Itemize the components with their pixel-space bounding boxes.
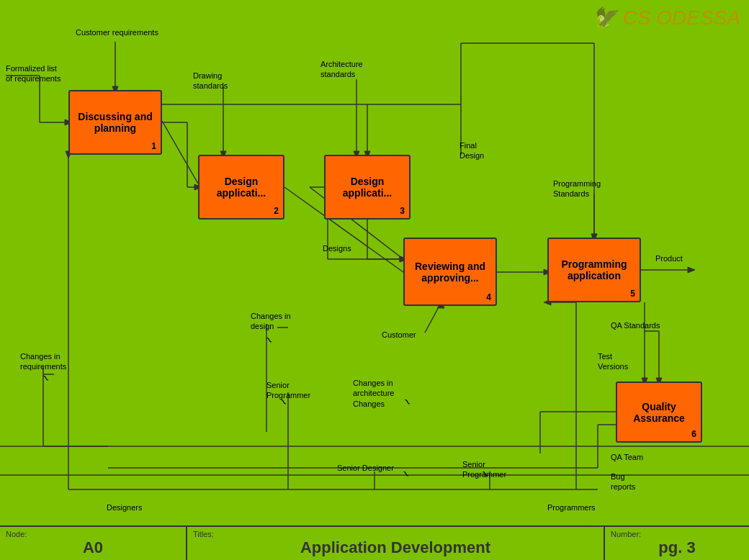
label-changes-req: Changes inrequirements <box>20 351 66 372</box>
wiggly4: ~ <box>399 394 415 410</box>
label-drawing: Drawingstandards <box>193 71 228 91</box>
box6-qa[interactable]: Quality Assurance 6 <box>616 381 702 443</box>
wiggly1: ~ <box>37 370 53 386</box>
label-formalized: Formalized listof requirements <box>6 63 60 84</box>
label-customer-req: Customer requirements <box>76 27 158 37</box>
label-arch: Architecturestandards <box>320 59 363 80</box>
label-product: Product <box>655 253 683 263</box>
label-programmers: Programmers <box>547 502 596 512</box>
label-changes-arch: Changes inarchitectureChanges <box>353 378 394 409</box>
label-customer: Customer <box>382 330 416 340</box>
box3-label: Design applicati... <box>343 176 392 199</box>
label-qa-team: QA Team <box>611 452 643 462</box>
box2-design[interactable]: Design applicati... 2 <box>198 155 284 220</box>
label-final-design: FinalDesign <box>459 140 484 161</box>
logo: 🦅 CS ODESSA <box>592 6 740 30</box>
box4-label: Reviewing and approving... <box>415 261 485 284</box>
box5-programming[interactable]: Programming application 5 <box>547 238 641 302</box>
label-designs: Designs <box>323 243 351 253</box>
label-bug-reports: Bugreports <box>611 471 635 492</box>
diagram-area: 🦅 CS ODESSA <box>0 0 749 525</box>
footer-node-label: Node: <box>6 530 180 538</box>
box1-discussing[interactable]: Discussing and planning 1 <box>68 90 162 155</box>
footer: Node: A0 Titles: Application Development… <box>0 525 749 560</box>
box3-design[interactable]: Design applicati... 3 <box>324 155 411 220</box>
footer-node-value: A0 <box>6 538 180 557</box>
wiggly6: ~ <box>398 466 413 482</box>
box4-number: 4 <box>486 292 491 302</box>
box6-label: Quality Assurance <box>633 401 685 424</box>
footer-number-label: Number: <box>611 530 743 538</box>
box6-number: 6 <box>691 429 696 439</box>
footer-titles-label: Titles: <box>193 530 598 538</box>
box2-number: 2 <box>274 206 279 216</box>
footer-number: Number: pg. 3 <box>605 527 749 560</box>
label-qa-standards: QA Standards <box>611 320 660 330</box>
box1-label: Discussing and planning <box>78 111 152 134</box>
footer-titles-value: Application Development <box>193 538 598 557</box>
svg-marker-36 <box>688 267 695 273</box>
svg-line-62 <box>425 306 439 333</box>
label-senior-designer: Senior Designer <box>337 463 394 473</box>
label-prog-std: ProgrammingStandards <box>553 179 601 199</box>
footer-number-value: pg. 3 <box>611 538 743 557</box>
box5-number: 5 <box>630 289 635 299</box>
box4-reviewing[interactable]: Reviewing and approving... 4 <box>403 238 497 306</box>
label-designers: Designers <box>107 502 143 512</box>
box5-label: Programming application <box>561 258 627 281</box>
wiggly2: ~ <box>261 332 277 348</box>
footer-node: Node: A0 <box>0 527 187 560</box>
svg-line-6 <box>162 121 198 184</box>
box3-number: 3 <box>400 206 405 216</box>
box1-number: 1 <box>151 141 156 151</box>
footer-titles: Titles: Application Development <box>187 527 605 560</box>
box2-label: Design applicati... <box>217 176 266 199</box>
label-test-versions: TestVersions <box>598 351 628 372</box>
label-changes-design: Changes indesign <box>251 311 291 332</box>
